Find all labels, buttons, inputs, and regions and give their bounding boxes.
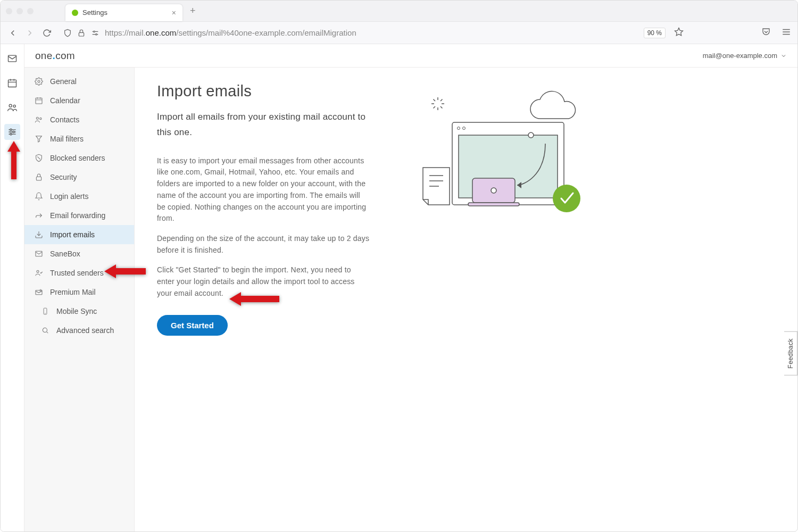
chevron-down-icon — [780, 53, 787, 59]
new-tab-button[interactable]: + — [190, 5, 196, 16]
sidebar-item-blocked-senders[interactable]: Blocked senders — [24, 148, 134, 168]
sidebar-item-mail-filters[interactable]: Mail filters — [24, 129, 134, 148]
bookmark-button[interactable] — [674, 27, 684, 39]
forward-icon — [34, 211, 44, 220]
svg-line-47 — [440, 99, 443, 102]
svg-point-38 — [43, 328, 47, 332]
sidebar-item-label: SaneBox — [50, 250, 80, 258]
filter-icon — [34, 135, 44, 143]
rail-contacts-button[interactable] — [4, 99, 20, 115]
sidebar-item-label: Mobile Sync — [56, 307, 97, 315]
svg-line-45 — [440, 106, 443, 109]
svg-marker-61 — [7, 141, 20, 179]
account-email: mail@one-example.com — [703, 52, 777, 60]
lock-icon — [77, 29, 86, 37]
bell-icon — [34, 192, 44, 201]
svg-point-14 — [9, 104, 12, 107]
shield-icon — [63, 29, 72, 37]
svg-line-46 — [434, 106, 436, 109]
sidebar-item-label: Mail filters — [50, 135, 84, 143]
sidebar-item-label: Import emails — [50, 230, 95, 239]
zoom-indicator[interactable]: 90 % — [644, 28, 666, 38]
maximize-window-button[interactable] — [27, 8, 34, 14]
sidebar-item-contacts[interactable]: Contacts — [24, 110, 134, 129]
browser-titlebar: Settings × + — [1, 1, 797, 22]
svg-marker-63 — [229, 292, 279, 306]
sidebar-item-mobile-sync[interactable]: Mobile Sync — [24, 302, 134, 321]
page-title: Import emails — [157, 82, 370, 100]
address-bar[interactable]: https://mail.one.com/settings/mail%40one… — [58, 28, 638, 37]
back-button[interactable] — [7, 27, 19, 39]
annotation-arrow-sidebar — [104, 264, 146, 280]
sidebar-item-label: Premium Mail — [50, 288, 96, 296]
browser-menu-button[interactable] — [782, 27, 791, 39]
svg-point-34 — [37, 270, 39, 272]
annotation-arrow-button — [229, 292, 279, 308]
svg-point-21 — [10, 134, 12, 135]
svg-line-30 — [37, 156, 40, 159]
svg-marker-62 — [104, 264, 146, 278]
tab-title: Settings — [82, 9, 168, 16]
sidebar-item-login-alerts[interactable]: Login alerts — [24, 187, 134, 206]
sidebar-item-premium-mail[interactable]: Premium Mail — [24, 282, 134, 302]
svg-point-15 — [13, 105, 15, 107]
lock-icon — [34, 173, 44, 181]
rail-calendar-button[interactable] — [4, 75, 20, 91]
content-paragraph: Depending on the size of the account, it… — [157, 233, 370, 256]
svg-point-60 — [553, 185, 580, 212]
app-left-rail — [1, 44, 24, 532]
mobile-icon — [40, 307, 50, 315]
browser-tab[interactable]: Settings × — [65, 4, 182, 21]
sidebar-item-label: Contacts — [50, 115, 79, 124]
reload-button[interactable] — [41, 27, 53, 39]
contacts-icon — [34, 115, 44, 124]
svg-rect-23 — [36, 98, 42, 104]
sidebar-item-label: Blocked senders — [50, 154, 105, 162]
browser-toolbar: https://mail.one.com/settings/mail%40one… — [1, 22, 797, 44]
logo[interactable]: one.com — [35, 50, 75, 62]
page-subtitle: Import all emails from your existing mai… — [157, 110, 370, 140]
pocket-icon[interactable] — [761, 27, 771, 39]
svg-rect-9 — [9, 55, 16, 62]
sidebar-item-label: Trusted senders — [50, 269, 104, 277]
svg-rect-10 — [9, 80, 16, 87]
sidebar-item-label: Calendar — [50, 96, 80, 105]
minimize-window-button[interactable] — [16, 8, 23, 14]
premium-icon — [34, 288, 44, 296]
svg-marker-5 — [675, 28, 683, 35]
sidebar-item-import-emails[interactable]: Import emails — [24, 225, 134, 244]
rail-settings-button[interactable] — [4, 124, 20, 140]
search-icon — [40, 327, 50, 334]
calendar-icon — [34, 96, 44, 105]
window-controls — [6, 8, 34, 14]
forward-button[interactable] — [24, 27, 36, 39]
svg-line-39 — [47, 332, 48, 334]
settings-sidebar: General Calendar Contacts Mail filters B… — [24, 68, 135, 532]
svg-marker-29 — [36, 136, 42, 142]
sidebar-item-calendar[interactable]: Calendar — [24, 91, 134, 110]
feedback-tab[interactable]: Feedback — [784, 331, 797, 376]
sidebar-item-security[interactable]: Security — [24, 168, 134, 187]
sidebar-item-label: Advanced search — [56, 326, 114, 335]
account-menu[interactable]: mail@one-example.com — [703, 52, 787, 60]
app-header: one.com mail@one-example.com — [24, 44, 797, 68]
svg-point-20 — [13, 131, 14, 132]
svg-rect-31 — [36, 177, 41, 180]
svg-point-27 — [36, 117, 38, 119]
svg-rect-33 — [36, 251, 42, 256]
sidebar-item-advanced-search[interactable]: Advanced search — [24, 321, 134, 340]
rail-mail-button[interactable] — [4, 51, 20, 66]
shield-icon — [34, 154, 44, 162]
url-text: https://mail.one.com/settings/mail%40one… — [105, 28, 356, 37]
permissions-icon — [91, 29, 99, 37]
close-window-button[interactable] — [6, 8, 12, 14]
get-started-button[interactable]: Get Started — [157, 315, 228, 336]
sidebar-item-email-forwarding[interactable]: Email forwarding — [24, 206, 134, 225]
sidebar-item-label: Login alerts — [50, 192, 88, 201]
sidebar-item-label: General — [50, 77, 77, 86]
sidebar-item-general[interactable]: General — [24, 72, 134, 91]
sidebar-item-sanebox[interactable]: SaneBox — [24, 244, 134, 263]
svg-point-28 — [40, 118, 41, 119]
tab-close-button[interactable]: × — [172, 9, 176, 17]
content-paragraph: It is easy to import your email messages… — [157, 155, 370, 225]
